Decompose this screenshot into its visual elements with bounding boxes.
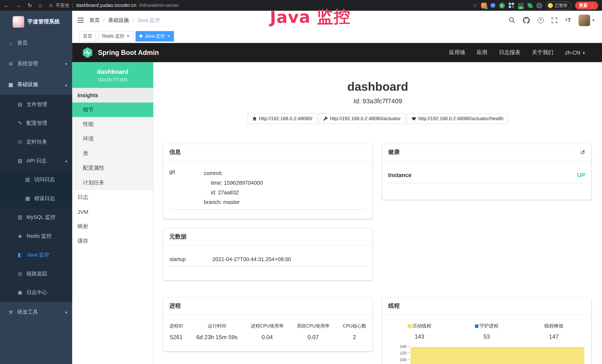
edit-icon: ✎: [17, 120, 23, 126]
sidebar-item-label: 研发工具: [17, 309, 38, 316]
breadcrumb-infra[interactable]: 基础设施: [108, 17, 129, 23]
sidebar-item-error-log[interactable]: ▩ 错误日志: [0, 189, 72, 208]
forward-icon[interactable]: →: [16, 3, 21, 8]
sidebar-item-jobs[interactable]: ◷ 定时任务: [0, 132, 72, 151]
log-center-icon: ▣: [17, 289, 23, 295]
column-value: 2: [343, 334, 366, 340]
sba-nav-applications[interactable]: 应用: [477, 49, 487, 56]
sidebar-item-api-log[interactable]: ▧ API 日志 ▴: [0, 151, 72, 170]
tab-redis-monitor[interactable]: Redis 监控 ×: [98, 31, 133, 41]
tab-home[interactable]: 首页: [79, 31, 96, 41]
security-label: 不安全: [56, 2, 70, 9]
wrench-icon: [323, 116, 328, 121]
health-url-link[interactable]: http://192.168.0.2:48080/actuator/health: [407, 113, 508, 124]
sba-nav-journal[interactable]: 日志报表: [499, 49, 520, 56]
fullscreen-icon[interactable]: [551, 17, 557, 23]
sidebar-item-label: 系统管理: [17, 60, 38, 67]
help-icon[interactable]: ?: [538, 17, 544, 23]
sba-item-jvm[interactable]: JVM: [72, 205, 153, 219]
extension-on-icon[interactable]: on: [518, 2, 524, 8]
extension-grid-icon[interactable]: [509, 3, 514, 8]
git-commit-line: commit:: [204, 169, 366, 178]
instance-block[interactable]: dashboard 93a3fc7f7409: [72, 62, 153, 88]
github-icon[interactable]: [523, 17, 530, 23]
sidebar-item-java-monitor[interactable]: ◧ Java 监控: [0, 245, 72, 264]
profile-paused-pill[interactable]: 已暂停: [546, 1, 571, 9]
sba-item-environment[interactable]: 环境: [72, 132, 153, 146]
sba-sidebar: dashboard 93a3fc7f7409 Insights 细节 性能 环境…: [72, 62, 153, 364]
sidebar-item-redis[interactable]: ◈ Redis 监控: [0, 227, 72, 245]
legend-swatch: [408, 324, 411, 328]
metadata-card: 元数据 startup 2021-04-27T00:44:31.254+08:0…: [163, 228, 373, 280]
sba-locale-select[interactable]: zh-CN▼: [565, 50, 586, 56]
sidebar-item-tracing[interactable]: ◎ 链路追踪: [0, 264, 72, 283]
screenshot-stage: ← → ↻ ⌂ ⚠ 不安全 | dashboard.yudao.iocoder.…: [0, 0, 602, 364]
close-icon[interactable]: ×: [127, 34, 129, 38]
user-avatar[interactable]: ▼: [579, 14, 595, 26]
row-value: commit: time: 1596289704000 id: 27aa832 …: [204, 169, 366, 207]
warning-icon: ⚠: [49, 3, 53, 8]
folder-icon: ▤: [17, 101, 23, 107]
sidebar-item-log-center[interactable]: ▣ 日志中心: [0, 283, 72, 302]
home-icon[interactable]: ⌂: [39, 3, 42, 8]
sidebar-item-files[interactable]: ▤ 文件管理: [0, 95, 72, 114]
instance-name: dashboard: [75, 68, 150, 75]
sba-item-details[interactable]: 细节: [72, 103, 153, 117]
sba-item-scheduledtasks[interactable]: 计划任务: [72, 175, 153, 190]
caret-down-icon: ▼: [592, 18, 595, 22]
row-label: git: [169, 169, 204, 207]
sba-item-metrics[interactable]: 性能: [72, 117, 153, 132]
history-icon[interactable]: ↺: [580, 149, 585, 156]
close-icon[interactable]: ×: [167, 34, 170, 38]
sidebar-item-home[interactable]: ⌂ 首页: [0, 33, 72, 54]
breadcrumb-current: Java 监控: [137, 17, 160, 23]
extension-green-icon[interactable]: y: [499, 2, 505, 8]
sba-item-mappings[interactable]: 映射: [72, 219, 153, 234]
y-tick-label: 140: [400, 344, 407, 348]
column-header: 运行时间: [196, 323, 238, 330]
sba-item-logs[interactable]: 日志: [72, 190, 153, 205]
back-icon[interactable]: ←: [4, 3, 9, 8]
sidebar-item-mysql[interactable]: ▥ MySQL 监控: [0, 208, 72, 226]
sba-logo-icon: [82, 47, 93, 58]
font-size-icon[interactable]: TT: [565, 17, 571, 23]
refresh-icon[interactable]: ↻: [28, 3, 32, 8]
sba-item-classes[interactable]: 类: [72, 146, 153, 161]
extension-paw-icon[interactable]: [536, 2, 542, 8]
sba-item-configprops[interactable]: 配置属性: [72, 161, 153, 176]
sidebar-item-dev-tools[interactable]: ⚒ 研发工具 ▾: [0, 302, 72, 323]
omnibox[interactable]: ⚠ 不安全 | dashboard.yudao.iocoder.cn/infra…: [49, 2, 179, 9]
sidebar-item-access-log[interactable]: ▨ 访问日志: [0, 170, 72, 189]
chevron-up-icon: ▴: [65, 82, 67, 86]
column-value: 0.04: [251, 334, 284, 340]
hamburger-icon[interactable]: [77, 17, 84, 23]
breadcrumb-home[interactable]: 首页: [89, 17, 100, 23]
actuator-url-link[interactable]: http://192.168.0.2:48080/actuator: [319, 113, 405, 124]
omnibox-divider: |: [72, 3, 73, 8]
extension-leaf-icon[interactable]: [527, 3, 532, 8]
chrome-update-button[interactable]: 更新 ⋮: [575, 1, 598, 9]
tab-java-monitor[interactable]: Java 监控 ×: [136, 31, 174, 41]
sba-header: Spring Boot Admin 应用墙 应用 日志报表 关于我们 zh-CN…: [72, 43, 602, 62]
column-header: CPU核心数: [343, 323, 366, 330]
document-icon: ▩: [25, 195, 31, 201]
profile-emoji-icon: [548, 3, 553, 8]
sidebar-item-infra[interactable]: ▦ 基础设施 ▴: [0, 74, 72, 95]
active-threads-area: [410, 347, 584, 364]
sba-brand-title[interactable]: Spring Boot Admin: [98, 49, 159, 57]
sba-item-caches[interactable]: 缓存: [72, 234, 153, 248]
extension-drop-icon[interactable]: [490, 2, 496, 9]
sba-nav-wallboard[interactable]: 应用墙: [449, 49, 465, 56]
process-column: 运行时间 6d 23h 15m 59s: [196, 323, 238, 340]
service-url-link[interactable]: http://192.168.0.2:48080/: [247, 113, 317, 124]
bookmark-star-icon[interactable]: ☆: [473, 2, 477, 8]
sidebar-item-config[interactable]: ✎ 配置管理: [0, 114, 72, 132]
search-icon[interactable]: [509, 17, 515, 23]
sidebar-item-system[interactable]: ⚙ 系统管理 ▾: [0, 54, 72, 74]
sba-nav-about[interactable]: 关于我们: [532, 49, 553, 56]
app-logo[interactable]: 芋道管理系统: [0, 11, 72, 33]
sidebar-item-label: 文件管理: [27, 101, 47, 108]
extension-fox-icon[interactable]: [481, 2, 487, 8]
kebab-menu-icon[interactable]: ⋮: [590, 3, 594, 8]
sidebar-item-label: 链路追踪: [27, 270, 47, 277]
